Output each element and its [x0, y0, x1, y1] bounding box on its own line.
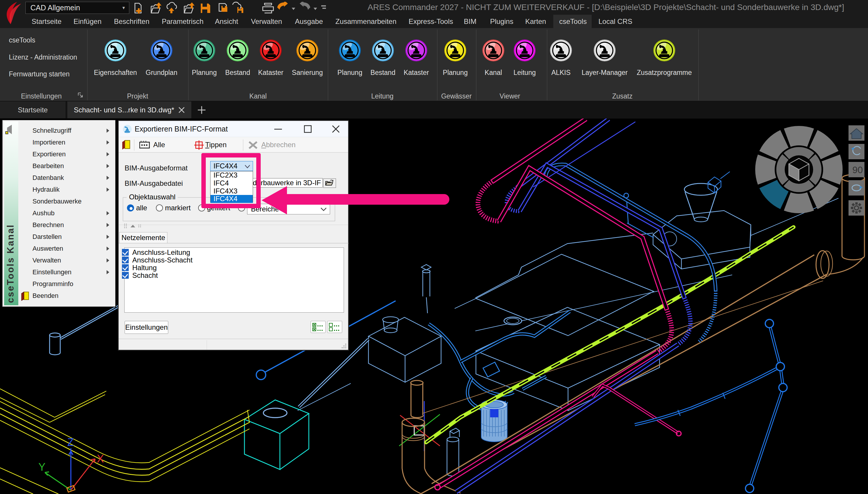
svg-text:90: 90 — [852, 165, 863, 175]
svg-text:Z: Z — [67, 436, 74, 448]
svg-text:Y: Y — [38, 461, 46, 473]
svg-text:X: X — [97, 453, 104, 465]
